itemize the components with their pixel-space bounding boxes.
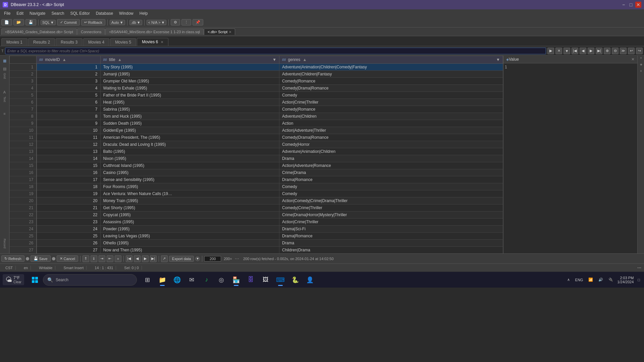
rollback-button[interactable]: ↩ Rollback	[81, 19, 105, 25]
table-row[interactable]: 5 5 Father of the Bride Part II (1995) C…	[10, 92, 503, 99]
close-button[interactable]: ✕	[635, 2, 641, 8]
filter-forward[interactable]: ↪	[636, 48, 643, 54]
file-tab-grades[interactable]: <BSAN440_Grades_Database.db> Script	[1, 28, 77, 35]
filter-nav-prev[interactable]: ◀	[580, 48, 586, 54]
commit-button[interactable]: ✓ Commit	[57, 19, 80, 25]
file-tab-connections[interactable]: Connections	[77, 28, 105, 35]
cancel-button[interactable]: ✕ Cancel	[57, 255, 78, 262]
table-row[interactable]: 11 11 American President, The (1995) Com…	[10, 134, 503, 141]
table-row[interactable]: 8 8 Tom and Huck (1995) Adventure|Childr…	[10, 113, 503, 120]
menu-navigate[interactable]: Navigate	[27, 10, 48, 16]
table-row[interactable]: 6 6 Heat (1995) Action|Crime|Thriller	[10, 99, 503, 106]
menu-window[interactable]: Window	[116, 10, 136, 16]
result-tab-movies6[interactable]: Movies 6 ✕	[137, 38, 168, 46]
title-bar-controls[interactable]: − □ ✕	[621, 2, 641, 8]
open-button[interactable]: 📂	[13, 19, 24, 25]
nav-sort-asc[interactable]: ⇑	[83, 255, 89, 262]
taskbar-app-fileexplorer[interactable]: 📁	[156, 273, 169, 287]
nav-last[interactable]: ▶|	[150, 255, 157, 262]
status-more[interactable]: ⋯	[637, 265, 641, 270]
menu-help[interactable]: Help	[137, 10, 151, 16]
menu-edit[interactable]: Edit	[14, 10, 26, 16]
taskbar-app-mail[interactable]: ✉	[185, 273, 199, 287]
filter-clear-button[interactable]: ✕	[555, 48, 562, 54]
filter-settings-button[interactable]: ▼	[564, 48, 570, 54]
taskbar-app-store[interactable]: 🏪	[229, 273, 243, 287]
save-bottom-button[interactable]: 💾 Save	[31, 255, 51, 262]
taskbar-app-spotify[interactable]: ♪	[200, 273, 213, 287]
filter-more[interactable]: ≫	[620, 48, 627, 54]
right-panel-icon2[interactable]: ◈	[639, 63, 643, 66]
tray-battery[interactable]: 🔌	[607, 277, 614, 283]
menu-file[interactable]: File	[1, 10, 13, 16]
value-panel-close[interactable]: ✕	[631, 57, 635, 62]
minimize-button[interactable]: −	[621, 2, 627, 8]
filter-nav-next[interactable]: ▶	[588, 48, 594, 54]
taskbar-app-dbeaver[interactable]: 🗄	[244, 273, 258, 287]
table-row[interactable]: 23 23 Assassins (1995) Action|Crime|Thri…	[10, 219, 503, 226]
na-dropdown[interactable]: < N/A > ▼	[147, 20, 167, 25]
file-tab-ministore[interactable]: <BSAN440_MiniStore.db> Excersise 1 1-23 …	[105, 28, 204, 35]
file-tab-db-script-close[interactable]: ✕	[229, 30, 231, 34]
table-row[interactable]: 10 10 GoldenEye (1995) Action|Adventure|…	[10, 127, 503, 134]
taskbar-app-vscode[interactable]: ⌨	[274, 273, 287, 287]
nav-prev-page[interactable]: ◀	[134, 255, 141, 262]
right-panel-icon1[interactable]: ≡	[639, 57, 643, 59]
nav-next-page[interactable]: ▶	[142, 255, 149, 262]
col-header-genres[interactable]: ## genres ▲ ▼	[279, 56, 503, 64]
table-row[interactable]: 18 18 Four Rooms (1995) Comedy	[10, 183, 503, 190]
col-header-movieid[interactable]: ## movieID ▲	[37, 56, 101, 64]
result-tab-movies5[interactable]: Movies 5	[110, 38, 136, 46]
data-grid[interactable]: ## movieID ▲ ## title ▲ ▼ ## genres	[9, 56, 503, 253]
auto-commit-dropdown[interactable]: Auto ▼	[110, 20, 125, 25]
left-icon-extra[interactable]: ≡	[1, 110, 8, 117]
filter-back[interactable]: ↩	[628, 48, 635, 54]
taskbar-search[interactable]: 🔍 Search	[43, 274, 137, 286]
tray-wifi[interactable]: 📶	[587, 277, 594, 283]
filter-run-button[interactable]: ▶	[547, 48, 554, 54]
notification-button[interactable]: □	[636, 277, 641, 283]
left-icon-grid[interactable]: ▦	[1, 57, 8, 64]
table-row[interactable]: 26 26 Othello (1995) Drama	[10, 240, 503, 247]
taskbar-app-widgets[interactable]: ⊞	[141, 273, 154, 287]
table-row[interactable]: 21 21 Get Shorty (1995) Comedy|Crime|Thr…	[10, 204, 503, 212]
taskbar-app-edge[interactable]: 🌐	[170, 273, 184, 287]
nav-outdent[interactable]: ⇤	[107, 255, 113, 262]
taskbar-app-chrome[interactable]: ◎	[215, 273, 228, 287]
menu-search[interactable]: Search	[49, 10, 67, 16]
table-row[interactable]: 19 19 Ace Ventura: When Nature Calls (19…	[10, 190, 503, 197]
table-row[interactable]: 4 4 Waiting to Exhale (1995) Comedy|Dram…	[10, 85, 503, 92]
more-button[interactable]: ⋮	[181, 19, 191, 25]
filter-funnel[interactable]: ⊖	[612, 48, 619, 54]
filter-nav-start[interactable]: |◀	[572, 48, 578, 54]
export-settings-button[interactable]: ▼	[195, 256, 200, 261]
left-icon-text[interactable]: A	[1, 88, 8, 96]
result-tab-movies4[interactable]: Movies 4	[83, 38, 109, 46]
filter-zoom[interactable]: ⊕	[604, 48, 610, 54]
filter-input[interactable]	[5, 48, 546, 54]
sql-type-dropdown[interactable]: SQL ▼	[41, 20, 56, 25]
table-row[interactable]: 12 12 Dracula: Dead and Loving It (1995)…	[10, 141, 503, 148]
left-icon-grid2[interactable]: ▤	[1, 65, 8, 72]
pin-button[interactable]: 📌	[193, 19, 203, 25]
settings-button[interactable]: ⚙	[171, 19, 180, 25]
db-dropdown[interactable]: .db ▼	[129, 20, 142, 25]
table-row[interactable]: 20 20 Money Train (1995) Action|Comedy|C…	[10, 197, 503, 204]
taskbar-app-avatar[interactable]: 👤	[303, 273, 317, 287]
title-filter-icon[interactable]: ▼	[272, 57, 276, 62]
tray-language[interactable]: ENG	[574, 277, 585, 283]
result-tab-results3[interactable]: Results 3	[56, 38, 83, 46]
maximize-button[interactable]: □	[628, 2, 634, 8]
table-row[interactable]: 22 22 Copycat (1995) Crime|Drama|Horror|…	[10, 212, 503, 219]
system-clock[interactable]: 2:03 PM 1/24/2024	[617, 276, 634, 284]
tray-icon-up[interactable]: ∧	[566, 277, 571, 283]
result-tab-movies1[interactable]: Movies 1	[1, 38, 28, 46]
genres-filter-icon[interactable]: ▼	[496, 57, 500, 62]
table-row[interactable]: 17 17 Sense and Sensibility (1995) Drama…	[10, 176, 503, 183]
taskbar-app-photos[interactable]: 🖼	[259, 273, 272, 287]
menu-sql-editor[interactable]: SQL Editor	[67, 10, 92, 16]
table-row[interactable]: 9 9 Sudden Death (1995) Action	[10, 120, 503, 127]
table-row[interactable]: 25 25 Leaving Las Vegas (1995) Drama|Rom…	[10, 233, 503, 240]
file-tab-db-script[interactable]: <.db> Script ✕	[204, 28, 235, 35]
table-row[interactable]: 15 15 Cutthroat Island (1995) Action|Adv…	[10, 162, 503, 169]
